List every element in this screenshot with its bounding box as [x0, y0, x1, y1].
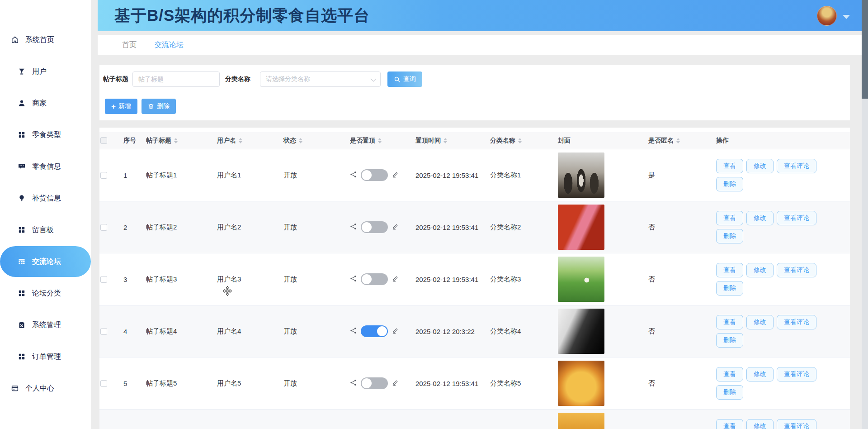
edit-pencil-icon[interactable] — [392, 223, 399, 231]
sidebar-item-label: 系统管理 — [32, 320, 61, 330]
sidebar-item-12[interactable]: 个人中心 — [0, 372, 91, 404]
edit-button[interactable]: 修改 — [746, 159, 774, 173]
post-title-input[interactable] — [132, 72, 220, 87]
column-header-label: 操作 — [716, 137, 729, 145]
view-button[interactable]: 查看 — [716, 159, 743, 173]
sidebar-item-11[interactable]: 订单管理 — [0, 341, 91, 372]
sidebar-item-9[interactable]: 论坛分类 — [0, 277, 91, 309]
view-button[interactable]: 查看 — [716, 315, 743, 329]
chevron-down-icon — [371, 76, 377, 81]
column-header-label: 序号 — [123, 137, 136, 145]
view-button[interactable]: 查看 — [716, 419, 743, 429]
delete-row-button[interactable]: 删除 — [716, 281, 743, 296]
row-checkbox[interactable] — [100, 276, 107, 283]
view-button[interactable]: 查看 — [716, 211, 743, 225]
edit-pencil-icon[interactable] — [392, 327, 399, 335]
sidebar-item-6[interactable]: 补货信息 — [0, 182, 91, 214]
breadcrumb-item-2[interactable]: 交流论坛 — [155, 40, 184, 50]
delete-row-button[interactable]: 删除 — [716, 385, 743, 400]
view-comments-button[interactable]: 查看评论 — [777, 211, 816, 225]
cell-index: 3 — [122, 276, 145, 283]
edit-pencil-icon[interactable] — [392, 275, 399, 283]
view-button[interactable]: 查看 — [716, 367, 743, 381]
edit-pencil-icon[interactable] — [392, 379, 399, 387]
grid-icon — [17, 353, 26, 361]
breadcrumb-item-1[interactable]: 首页 — [122, 40, 137, 50]
cell-status: 开放 — [282, 171, 349, 180]
edit-button[interactable]: 修改 — [746, 263, 774, 277]
pin-toggle[interactable] — [361, 273, 388, 285]
sort-caret-icon[interactable] — [443, 138, 447, 143]
view-comments-button[interactable]: 查看评论 — [777, 263, 816, 277]
table-row-4: 4 帖子标题4 用户名4 开放 — [99, 305, 850, 358]
pin-toggle[interactable] — [361, 377, 388, 389]
cover-image[interactable] — [558, 413, 604, 429]
sidebar-item-4[interactable]: 零食类型 — [0, 119, 91, 151]
column-header: 是否匿名 — [647, 137, 715, 145]
scrollbar-thumb[interactable] — [862, 0, 868, 99]
pin-toggle[interactable] — [361, 221, 388, 233]
column-header: 用户名 — [216, 137, 282, 145]
delete-row-button[interactable]: 删除 — [716, 229, 743, 243]
page-scrollbar[interactable] — [862, 0, 868, 429]
column-header-label: 用户名 — [217, 137, 236, 145]
sort-caret-icon[interactable] — [676, 138, 680, 143]
sidebar-item-10[interactable]: 系统管理 — [0, 309, 91, 341]
row-checkbox[interactable] — [100, 328, 107, 335]
post-title-label: 帖子标题 — [103, 75, 128, 83]
toggle-knob — [362, 274, 372, 284]
table-toolbar: + 新增 删除 — [99, 87, 850, 114]
sort-caret-icon[interactable] — [299, 138, 302, 143]
edit-pencil-icon[interactable] — [392, 171, 399, 179]
delete-row-button[interactable]: 删除 — [716, 333, 743, 348]
view-comments-button[interactable]: 查看评论 — [777, 159, 816, 173]
row-checkbox[interactable] — [100, 172, 107, 179]
sort-caret-icon[interactable] — [378, 138, 382, 143]
edit-button[interactable]: 修改 — [746, 315, 774, 329]
edit-button[interactable]: 修改 — [746, 211, 774, 225]
sort-caret-icon[interactable] — [518, 138, 522, 143]
view-comments-button[interactable]: 查看评论 — [777, 367, 816, 381]
select-all-checkbox[interactable] — [100, 137, 107, 144]
column-header-label: 帖子标题 — [146, 137, 171, 145]
cell-status: 开放 — [282, 327, 349, 336]
view-comments-button[interactable]: 查看评论 — [777, 419, 816, 429]
sidebar-item-1[interactable]: 系统首页 — [0, 24, 91, 56]
cell-index: 4 — [122, 328, 145, 335]
add-button[interactable]: + 新增 — [105, 99, 137, 114]
sidebar-item-2[interactable]: 用户 — [0, 56, 91, 87]
cover-image[interactable] — [558, 153, 604, 198]
view-button[interactable]: 查看 — [716, 263, 743, 277]
cell-pinned — [349, 273, 414, 285]
query-button[interactable]: 查询 — [387, 72, 422, 87]
user-avatar[interactable] — [817, 6, 837, 26]
cell-index: 1 — [122, 172, 145, 179]
cell-category: 分类名称1 — [489, 171, 557, 180]
cell-post-title: 帖子标题5 — [145, 379, 216, 388]
sidebar-item-8[interactable]: 交流论坛 — [0, 246, 91, 277]
edit-button[interactable]: 修改 — [746, 419, 774, 429]
column-header: 操作 — [715, 137, 850, 145]
row-checkbox[interactable] — [100, 380, 107, 387]
sidebar-item-5[interactable]: 零食信息 — [0, 151, 91, 182]
sort-caret-icon[interactable] — [239, 138, 242, 143]
cover-image[interactable] — [558, 361, 604, 406]
view-comments-button[interactable]: 查看评论 — [777, 315, 816, 329]
category-select[interactable]: 请选择分类名称 — [260, 72, 381, 87]
cover-image[interactable] — [558, 257, 604, 302]
user-menu-caret-icon[interactable] — [843, 15, 850, 19]
sidebar-item-3[interactable]: 商家 — [0, 87, 91, 119]
cover-image[interactable] — [558, 309, 604, 354]
edit-button[interactable]: 修改 — [746, 367, 774, 381]
row-checkbox[interactable] — [100, 224, 107, 231]
sort-caret-icon[interactable] — [174, 138, 178, 143]
sidebar-item-label: 补货信息 — [32, 194, 61, 203]
share-icon — [350, 379, 357, 387]
delete-row-button[interactable]: 删除 — [716, 177, 743, 191]
cover-image[interactable] — [558, 205, 604, 250]
pin-toggle[interactable] — [361, 325, 388, 337]
sidebar-item-label: 论坛分类 — [32, 289, 61, 298]
pin-toggle[interactable] — [361, 169, 388, 181]
sidebar-item-7[interactable]: 留言板 — [0, 214, 91, 246]
toolbar-delete-button[interactable]: 删除 — [142, 99, 176, 114]
